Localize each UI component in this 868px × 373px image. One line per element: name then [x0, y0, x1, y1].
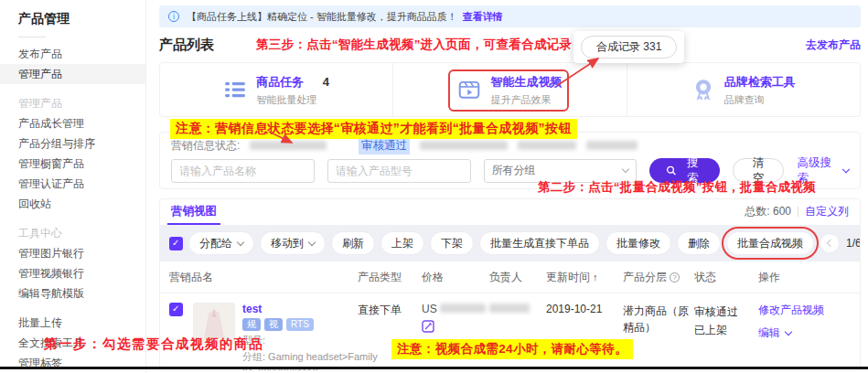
question-circle-icon[interactable]: ?	[670, 272, 680, 282]
edit-label: 编辑	[758, 325, 780, 341]
sidebar: 产品管理 发布产品 管理产品 管理产品 产品成长管理 产品分组与排序 管理橱窗产…	[0, 0, 146, 373]
annotation-step1: 第一步：勾选需要合成视频的商品	[44, 336, 263, 353]
batch-toolbar: 分配给 移动到 刷新 上架 下架 批量生成直接下单品 批量修改 删除 批量合成视…	[160, 225, 860, 261]
table-row: test 规 视 RTS 型号: 分组: Gaming headset>Fami…	[160, 293, 860, 371]
page-indicator: 1/60	[846, 237, 861, 250]
card-brand-search[interactable]: 品牌检索工具 品牌查询	[627, 63, 860, 116]
compose-record-button[interactable]: 合成记录 331	[581, 36, 677, 59]
sidebar-item-showcase[interactable]: 管理橱窗产品	[0, 154, 145, 174]
marketing-status-row: 营销信息状态: 审核通过	[171, 138, 849, 153]
assign-to-button[interactable]: 分配给	[188, 231, 254, 255]
status-option-approved[interactable]: 审核通过	[359, 137, 410, 155]
blurred-price	[440, 304, 486, 313]
sidebar-title: 产品管理	[0, 9, 145, 37]
banner-detail-link[interactable]: 查看详情	[463, 10, 503, 24]
product-name-field	[171, 159, 315, 183]
select-all-checkbox[interactable]	[169, 237, 183, 250]
col-tier: 产品分层?	[623, 270, 694, 285]
pagination: 1/60	[820, 233, 861, 253]
sidebar-item-manage-tags[interactable]: 管理标签	[0, 353, 145, 373]
list-on-button[interactable]: 上架	[380, 231, 424, 255]
prev-page-button[interactable]	[820, 233, 840, 253]
notice-banner: i 【商品任务上线】精确定位 - 智能批量修改，提升商品品质！ 查看详情	[159, 5, 861, 27]
col-price: 价格	[422, 270, 489, 285]
sidebar-item-image-bank[interactable]: 管理图片银行	[0, 243, 145, 263]
sidebar-item-publish-product[interactable]: 发布产品	[0, 44, 145, 64]
screenshot-bottom-border	[0, 367, 868, 369]
blurred-status-option	[420, 141, 508, 150]
product-name-input[interactable]	[179, 165, 306, 177]
refresh-button[interactable]: 刷新	[331, 231, 375, 255]
card-task-count: 4	[323, 75, 329, 89]
chevron-down-icon	[785, 328, 792, 336]
sidebar-item-recycle-bin[interactable]: 回收站	[0, 194, 145, 214]
sidebar-section-tool-center: 工具中心	[0, 223, 145, 243]
sidebar-item-nav-template[interactable]: 编辑导航模版	[0, 283, 145, 304]
card-subtitle: 品牌查询	[724, 93, 796, 107]
col-updated-label: 更新时间	[546, 271, 590, 283]
card-title: 品牌检索工具	[724, 74, 796, 91]
updated-cell: 2019-10-21	[546, 303, 623, 315]
chevron-down-icon	[842, 165, 850, 173]
product-tags: 规 视 RTS	[242, 318, 378, 331]
price-cell: US	[422, 303, 489, 336]
tag-badge: 规	[242, 318, 261, 331]
table-summary: 总数: 600 自定义列	[745, 204, 849, 225]
col-owner: 负责人	[489, 270, 546, 285]
sidebar-item-batch-upload[interactable]: 批量上传	[0, 313, 145, 333]
batch-edit-button[interactable]: 批量修改	[605, 231, 671, 255]
col-updated[interactable]: 更新时间	[546, 270, 623, 285]
move-to-button[interactable]: 移动到	[260, 231, 326, 255]
list-icon	[223, 78, 247, 101]
sidebar-item-certified[interactable]: 管理认证产品	[0, 174, 145, 194]
tab-marketing-view[interactable]: 营销视图	[171, 204, 217, 225]
col-type: 产品类型	[358, 270, 422, 285]
status-listed: 已上架	[694, 324, 727, 336]
assign-to-label: 分配给	[199, 236, 232, 251]
page-title: 产品列表	[159, 37, 214, 54]
chevron-left-icon	[827, 240, 834, 247]
chevron-down-icon	[237, 238, 244, 245]
group-select-value: 所有分组	[492, 163, 536, 178]
blurred-owner	[489, 304, 530, 313]
sidebar-item-manage-product[interactable]: 管理产品	[0, 64, 145, 84]
marketing-status-label: 营销信息状态:	[171, 138, 240, 154]
card-product-task[interactable]: 商品任务 4 智能批量处理	[160, 63, 392, 116]
edit-price-icon[interactable]	[422, 320, 434, 336]
clapperboard-icon	[457, 78, 481, 101]
card-title: 商品任务	[256, 74, 304, 91]
col-status: 状态	[694, 270, 758, 285]
product-model-field	[327, 159, 471, 183]
edit-dropdown-link[interactable]: 编辑	[758, 325, 851, 341]
status-cell: 审核通过 已上架	[694, 303, 758, 340]
status-audit: 审核通过	[694, 305, 738, 318]
customize-columns-link[interactable]: 自定义列	[805, 204, 849, 219]
batch-generate-direct-order-button[interactable]: 批量生成直接下单品	[479, 231, 600, 255]
product-type-cell: 直接下单	[358, 303, 422, 318]
card-subtitle: 提升产品效果	[490, 93, 562, 107]
tag-badge: 视	[264, 318, 283, 331]
publish-product-link[interactable]: 去发布产品	[806, 37, 861, 53]
sidebar-item-manage-product-sub[interactable]: 管理产品	[0, 93, 145, 113]
annotation-step3: 第三步：点击“智能生成视频”进入页面，可查看合成记录	[256, 37, 572, 53]
annotation-note-bottom: 注意：视频合成需24小时，请耐心等待。	[391, 339, 633, 359]
col-tier-label: 产品分层	[623, 271, 667, 283]
sidebar-item-product-growth[interactable]: 产品成长管理	[0, 113, 145, 133]
info-circle-icon: i	[168, 11, 179, 22]
sidebar-item-video-bank[interactable]: 管理视频银行	[0, 263, 145, 283]
move-to-label: 移动到	[271, 236, 304, 251]
table-header-row: 营销品名 产品类型 价格 负责人 更新时间 产品分层? 状态 操作	[160, 261, 860, 293]
annotation-step2: 第二步：点击“批量合成视频”按钮，批量合成视频	[538, 179, 816, 196]
modify-product-video-link[interactable]: 修改产品视频	[758, 304, 824, 316]
row-checkbox[interactable]	[169, 303, 183, 316]
product-model-input[interactable]	[336, 165, 463, 177]
tier-cell: 潜力商品（原精品）	[623, 303, 694, 336]
view-tabs: 营销视图 总数: 600 自定义列	[160, 199, 860, 225]
list-off-button[interactable]: 下架	[430, 231, 474, 255]
divider	[798, 207, 798, 217]
delete-button[interactable]: 删除	[677, 231, 721, 255]
product-management-screen: 产品管理 发布产品 管理产品 管理产品 产品成长管理 产品分组与排序 管理橱窗产…	[0, 0, 868, 373]
sidebar-item-grouping-sort[interactable]: 产品分组与排序	[0, 133, 145, 154]
card-smart-video[interactable]: 智能生成视频 提升产品效果	[392, 63, 626, 116]
batch-compose-video-button[interactable]: 批量合成视频	[726, 231, 814, 255]
